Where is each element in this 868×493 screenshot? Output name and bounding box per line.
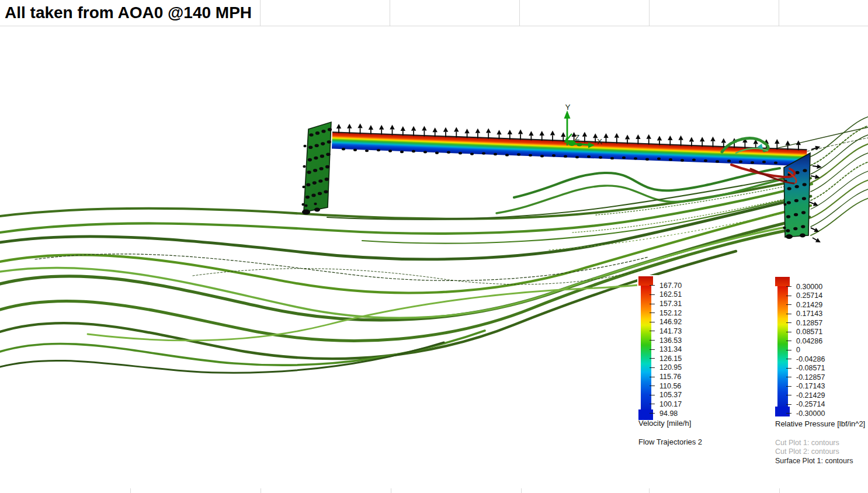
left-endplate — [301, 122, 332, 215]
legend-value: 0.21429 — [786, 300, 825, 310]
right-endplate-face — [784, 153, 810, 237]
flow-trajectories-caption: Flow Trajectories 2 — [638, 438, 702, 446]
legend-value: 0.12857 — [786, 318, 825, 328]
pressure-legend-label: Relative Pressure [lbf/in^2] — [775, 419, 865, 428]
y-axis-arrowhead — [564, 110, 571, 119]
legend-value: 157.31 — [650, 299, 682, 308]
z-axis-label: Z — [575, 133, 579, 142]
legend-value: -0.21429 — [786, 391, 825, 400]
legend-value: -0.30000 — [786, 409, 825, 418]
y-axis-label: Y — [565, 103, 570, 112]
cfd-scene: Y Z X — [0, 0, 868, 493]
legend-value: 0.17143 — [786, 310, 825, 319]
legend-value: 162.51 — [650, 290, 682, 300]
endplate-foot — [786, 234, 793, 239]
triad-origin — [577, 143, 582, 147]
legend-value: -0.17143 — [786, 382, 825, 391]
flow-trajectories — [0, 127, 868, 373]
legend-value: 94.98 — [650, 409, 682, 418]
velocity-legend-label: Velocity [mile/h] — [638, 419, 691, 428]
legend-value: 0.08571 — [786, 328, 825, 337]
legend-value: 152.12 — [650, 308, 682, 318]
velocity-scale-values: 167.70 162.51 157.31 152.12 146.92 141.7… — [650, 281, 682, 418]
velocity-legend: 167.70 162.51 157.31 152.12 146.92 141.7… — [637, 275, 709, 452]
legend-value: -0.12857 — [786, 373, 825, 382]
plot-list-item: Cut Plot 1: contours — [775, 439, 853, 447]
legend-value: -0.08571 — [786, 364, 825, 373]
endplate-foot — [314, 208, 320, 212]
legend-value: 0 — [786, 346, 825, 355]
legend-value: 100.17 — [650, 400, 682, 409]
plot-list-item: Surface Plot 1: contours — [775, 457, 853, 466]
endplate-side-arrows — [809, 144, 822, 244]
legend-value: 120.95 — [650, 363, 682, 373]
endplate-foot — [302, 210, 310, 215]
legend-value: 0.04286 — [786, 336, 825, 346]
pressure-legend: 0.30000 0.25714 0.21429 0.17143 0.12857 … — [774, 276, 866, 470]
legend-value: 146.92 — [650, 318, 682, 327]
legend-value: -0.25714 — [786, 400, 825, 409]
legend-value: 131.34 — [650, 345, 682, 354]
legend-value: 126.15 — [650, 354, 682, 363]
legend-value: 105.37 — [650, 391, 682, 400]
pressure-scale-values: 0.30000 0.25714 0.21429 0.17143 0.12857 … — [786, 282, 825, 418]
legend-value: 0.30000 — [786, 282, 825, 291]
legend-value: -0.04286 — [786, 355, 825, 364]
plot-list-item: Cut Plot 2: contours — [775, 447, 853, 456]
legend-value: 167.70 — [650, 281, 682, 290]
wake-streamline-fan — [811, 117, 868, 235]
endplate-foot — [800, 234, 805, 238]
legend-value: 141.73 — [650, 327, 682, 336]
plot-list: Cut Plot 1: contours Cut Plot 2: contour… — [775, 439, 853, 466]
legend-value: 115.76 — [650, 372, 682, 381]
x-axis-label: X — [597, 137, 602, 146]
legend-value: 110.56 — [650, 381, 682, 391]
legend-value: 136.53 — [650, 336, 682, 345]
legend-value: 0.25714 — [786, 291, 825, 301]
